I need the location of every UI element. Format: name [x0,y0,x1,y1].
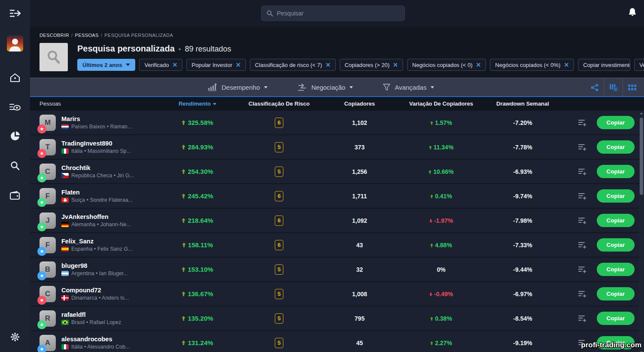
add-to-watchlist-icon[interactable] [578,242,586,249]
column-header-pessoas[interactable]: Pessoas [30,100,159,107]
add-to-watchlist-icon[interactable] [578,193,586,200]
trader-name[interactable]: rafaeldfl [61,311,121,318]
country-flag-icon [61,124,69,129]
trader-name[interactable]: alessandrocobes [61,336,130,343]
drawdown-value: -6.97% [513,291,532,297]
trader-name[interactable]: Marirs [61,115,132,122]
watchlist-icon[interactable] [0,97,30,117]
copy-button[interactable]: Copiar [597,287,635,300]
remove-filter-icon[interactable]: ✕ [236,61,241,68]
up-arrow-icon [182,316,185,321]
column-header-drawdown[interactable]: Drawdown Semanal [485,100,560,107]
copy-button[interactable]: Copiar [597,238,635,252]
sort-caret-icon[interactable] [213,103,216,105]
table-row[interactable]: M ★ Marirs Países Baixos • Raman... 325.… [30,111,644,134]
trader-cell[interactable]: J ★ JvAnkershoffen Alemanha • Johann-Ne.… [30,212,159,229]
add-to-watchlist-icon[interactable] [578,168,586,175]
copy-button[interactable]: Copiar [597,214,635,227]
add-to-watchlist-icon[interactable] [578,119,586,126]
trader-cell[interactable]: F ★ Flaten Suíça • Sondre Flateraa... [30,188,159,204]
global-search[interactable] [261,6,405,21]
table-row[interactable]: J ★ JvAnkershoffen Alemanha • Johann-Ne.… [30,209,644,232]
trader-cell[interactable]: C ★ Chrochtik República Checa • Jiri G..… [30,164,159,180]
profile-avatar[interactable] [7,35,23,52]
customize-columns-icon[interactable] [604,82,623,94]
filter-chip-label: Classificação de risco (< 7) [255,62,322,68]
add-to-watchlist-icon[interactable] [578,217,586,224]
column-header-risco[interactable]: Classificação De Risco [236,100,322,107]
trader-name[interactable]: bluger98 [61,262,128,269]
trader-cell[interactable]: F ★ Felix_Sanz Espanha • Felix Sanz G... [30,237,159,253]
copy-button[interactable]: Copiar [597,165,635,178]
copy-button[interactable]: Copiar [597,116,635,129]
remove-filter-icon[interactable]: ✕ [393,61,398,68]
copy-button[interactable]: Copiar [597,263,635,276]
trader-cell[interactable]: T ★ TradingInvest890 Itália • Massimilia… [30,139,159,155]
filter-chip[interactable]: Negócios copiados (< 0)✕ [407,59,486,71]
table-row[interactable]: R ★ rafaeldfl Brasil • Rafael Lopez 135.… [30,306,644,330]
copy-button[interactable]: Copiar [597,189,635,203]
change-arrow-icon [430,317,433,321]
table-row[interactable]: A ★ alessandrocobes Itália • Alessandro … [30,331,644,352]
home-icon[interactable] [0,68,30,88]
wallet-icon[interactable] [0,185,30,205]
trader-cell[interactable]: R ★ rafaeldfl Brasil • Rafael Lopez [30,310,159,327]
share-icon[interactable] [585,82,604,94]
trader-name[interactable]: Flaten [61,189,133,196]
trader-name[interactable]: Compound72 [61,287,129,294]
scrollbar-thumb[interactable] [640,118,643,195]
remove-filter-icon[interactable]: ✕ [325,61,331,68]
add-to-watchlist-icon[interactable] [578,144,586,151]
copiers-value: 1,008 [352,291,367,297]
copy-button[interactable]: Copiar [597,140,635,154]
expand-menu-icon[interactable] [0,3,30,23]
table-row[interactable]: B ★ bluger98 Argentina • Ian Bluger... 1… [30,258,644,281]
column-header-rendimento[interactable]: Rendimento [159,100,236,107]
period-filter-dropdown[interactable]: Últimos 2 anos [77,59,135,71]
filter-chip[interactable]: Popular Investor✕ [186,59,246,71]
column-header-variacao[interactable]: Variação De Copiadores [397,100,485,107]
trader-cell[interactable]: A ★ alessandrocobes Itália • Alessandro … [30,335,159,351]
view-all-filters-dropdown[interactable]: Ver todos [634,59,644,71]
tab-desempenho[interactable]: Desempenho [208,83,267,91]
trader-name[interactable]: TradingInvest890 [61,140,131,147]
copiers-value: 1,711 [352,193,367,200]
tab-avancadas[interactable]: Avançadas [383,83,434,91]
trader-cell[interactable]: C ★ Compound72 Dinamarca • Anders Is... [30,286,159,302]
truncated-filter-chip[interactable]: Copiar investimento [578,59,630,71]
search-input[interactable] [277,10,399,17]
remove-filter-icon[interactable]: ✕ [173,61,178,68]
column-header-copiadores[interactable]: Copiadores [322,100,397,107]
notifications-bell-icon[interactable] [628,8,637,19]
add-to-watchlist-icon[interactable] [578,315,586,322]
risk-score-badge: 6 [275,215,283,226]
portfolio-pie-icon[interactable] [0,126,30,146]
tab-negociacao[interactable]: Negociação [298,83,353,91]
up-arrow-icon [182,267,185,272]
remove-filter-icon[interactable]: ✕ [564,61,569,68]
breadcrumb-discover[interactable]: DESCOBRIR [39,33,69,38]
grid-view-icon[interactable] [623,82,641,94]
trader-cell[interactable]: M ★ Marirs Países Baixos • Raman... [30,115,159,131]
add-to-watchlist-icon[interactable] [578,291,586,297]
table-row[interactable]: F ★ Flaten Suíça • Sondre Flateraa... 24… [30,184,644,208]
copy-button[interactable]: Copiar [597,312,635,325]
search-nav-icon[interactable] [0,156,30,176]
trader-name[interactable]: Chrochtik [61,164,134,171]
filter-chip[interactable]: Negócios copiados (< 0%)✕ [490,59,574,71]
settings-gear-icon[interactable] [0,327,30,347]
table-row[interactable]: C ★ Compound72 Dinamarca • Anders Is... … [30,282,644,306]
add-to-watchlist-icon[interactable] [578,266,586,273]
filter-chip[interactable]: Classificação de risco (< 7)✕ [250,59,336,71]
table-row[interactable]: F ★ Felix_Sanz Espanha • Felix Sanz G...… [30,233,644,257]
table-row[interactable]: C ★ Chrochtik República Checa • Jiri G..… [30,160,644,183]
trader-name[interactable]: JvAnkershoffen [61,213,131,220]
vertical-scrollbar[interactable] [639,114,644,352]
filter-chip[interactable]: Copiadores (> 20)✕ [340,59,403,71]
trader-name[interactable]: Felix_Sanz [61,238,133,245]
trader-cell[interactable]: B ★ bluger98 Argentina • Ian Bluger... [30,261,159,278]
remove-filter-icon[interactable]: ✕ [476,61,481,68]
filter-chip[interactable]: Verificado✕ [139,59,182,71]
table-row[interactable]: T ★ TradingInvest890 Itália • Massimilia… [30,135,644,159]
breadcrumb-people[interactable]: PESSOAS [75,33,98,38]
